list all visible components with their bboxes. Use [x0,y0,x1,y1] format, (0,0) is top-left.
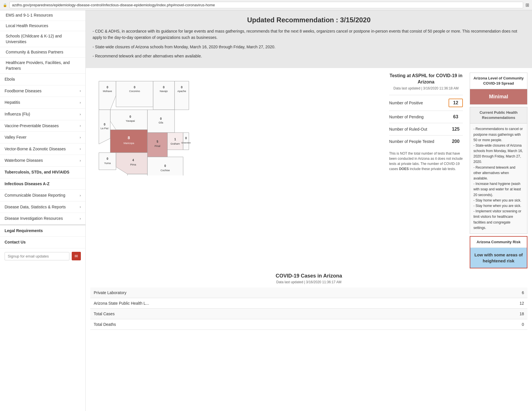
recommendation-point-2: - State-wide closures of Arizona schools… [93,44,525,50]
sidebar-item-waterborne[interactable]: Waterborne Diseases › [0,155,85,167]
pinal-label: Pinal [155,145,160,147]
sidebar-item-label: Contact Us [5,240,26,245]
chevron-right-icon: › [80,123,81,128]
apache-label: Apache [177,90,186,93]
sidebar-item-influenza[interactable]: Influenza (Flu) › [0,109,85,120]
sidebar-item-foodborne[interactable]: Foodborne Diseases › [0,85,85,97]
stat-label-ruled-out: Number of Ruled-Out [389,127,427,131]
pima-count: 4 [132,159,134,162]
sidebar-item-label: Infectious Diseases A-Z [5,181,49,187]
yuma-label: Yuma [104,162,111,165]
ph-point-0: - Recommendations to cancel or postpone … [473,126,524,143]
sidebar-item-valley-fever[interactable]: Valley Fever › [0,132,85,143]
sidebar-item-schools[interactable]: Schools (Childcare & K-12) and Universit… [0,31,85,47]
cases-value-1: 12 [460,298,527,309]
recommendation-point-1: - CDC & ADHS, in accordance with its gui… [93,28,525,41]
sidebar-item-vaccine[interactable]: Vaccine-Preventable Diseases › [0,120,85,132]
chevron-right-icon: › [80,146,81,151]
sidebar-item-community-business[interactable]: Community & Business Partners [0,47,85,58]
graham-label: Graham [171,142,180,145]
sidebar-item-local-health[interactable]: Local Health Resources [0,21,85,31]
url-bar[interactable]: azdhs.gov/preparedness/epidemiology-dise… [9,2,523,8]
stat-row-pending: Number of Pending 63 [389,111,463,123]
sidebar-item-label: Vaccine-Preventable Diseases [5,123,59,129]
translate-icon[interactable]: ⊞ [525,2,529,8]
cases-title: COVID-19 Cases in Arizona [90,273,527,279]
stat-row-ruled-out: Number of Ruled-Out 125 [389,123,463,135]
yuma-count: 0 [107,157,108,160]
stat-value-pending: 63 [449,114,463,119]
arizona-map: 0 Mohave 0 Coconino 0 Navajo 0 Apache [90,73,199,175]
chevron-right-icon: › [80,158,81,163]
sidebar-item-disease-data[interactable]: Disease Data, Statistics & Reports › [0,201,85,213]
cases-label-2: Total Cases [90,309,460,319]
sidebar-item-ems[interactable]: EMS and 9-1-1 Resources [0,10,85,21]
gila-count: 0 [160,117,162,120]
yavapai-label: Yavapai [126,119,135,122]
main-content: Updated Recommendation : 3/15/2020 - CDC… [86,10,532,411]
table-row: Private Laboratory 6 [90,288,527,298]
sidebar-item-communicable[interactable]: Communicable Disease Reporting › [0,190,85,201]
chevron-right-icon: › [80,216,81,221]
sidebar-item-label: Disease Data, Statistics & Reports [5,204,66,210]
sidebar-item-hepatitis[interactable]: Hepatitis › [0,97,85,109]
pima-label: Pima [130,163,136,166]
chevron-right-icon: › [80,204,81,210]
ph-point-1: - State-wide closures of Arizona schools… [473,143,524,165]
public-health-box: Current Public Health Recommendations - … [470,107,527,234]
sidebar-item-disease-investigation[interactable]: Disease Investigation Resources › [0,213,85,225]
sidebar-item-vector-borne[interactable]: Vector-Borne & Zoonotic Diseases › [0,143,85,155]
testing-title: Testing at ASPHL for COVID-19 in Arizona [389,73,463,85]
greenlee-count: 0 [185,137,187,140]
cases-value-2: 18 [460,309,527,319]
sidebar: EMS and 9-1-1 Resources Local Health Res… [0,10,86,411]
chevron-right-icon: › [80,100,81,105]
email-submit-button[interactable]: ✉ [72,252,81,260]
sidebar-item-contact[interactable]: Contact Us [0,237,85,248]
sidebar-item-label: Foodborne Diseases [5,88,41,94]
graham-count: 1 [174,138,176,141]
county-mohave [99,81,116,110]
sidebar-item-label: Tuberculosis, STDs, and HIV/AIDS [5,169,69,175]
community-spread-box: Arizona Level of Community COVID-19 Spre… [470,73,527,105]
table-row: Total Cases 18 [90,309,527,319]
sidebar-item-tuberculosis[interactable]: Tuberculosis, STDs, and HIV/AIDS [0,167,85,178]
county-maricopa [110,130,147,153]
apache-count: 0 [181,86,183,89]
sidebar-item-label: Influenza (Flu) [5,111,30,117]
sidebar-item-label: Waterborne Diseases [5,158,43,163]
navajo-label: Navajo [160,90,168,93]
sidebar-item-label: Disease Investigation Resources [5,216,63,222]
map-container: 0 Mohave 0 Coconino 0 Navajo 0 Apache [90,73,385,176]
sidebar-item-infectious-az[interactable]: Infectious Diseases A-Z [0,178,85,190]
lapaz-label: La Paz [101,127,109,130]
community-spread-value: Minimal [470,89,527,104]
stat-value-ruled-out: 125 [449,127,463,132]
public-health-title: Current Public Health Recommendations [470,107,527,123]
sidebar-item-legal[interactable]: Legal Requirements [0,225,85,237]
recommendation-point-3: - Recommend telework and other alternati… [93,53,525,59]
cases-section: COVID-19 Cases in Arizona Data last upda… [86,273,532,334]
public-health-content: - Recommendations to cancel or postpone … [470,123,527,234]
ph-point-4: - Stay home when you are sick. [473,198,524,203]
community-risk-value: Low with some areas of heightened risk [470,248,527,268]
email-input[interactable] [5,252,69,260]
sidebar-item-label: Legal Requirements [5,228,43,234]
recommendation-title: Updated Recommendation : 3/15/2020 [93,16,525,24]
county-yuma [99,153,116,170]
cases-table: Private Laboratory 6 Arizona State Publi… [90,288,527,330]
stat-label-pending: Number of Pending [389,115,424,119]
stat-value-people-tested: 200 [449,139,463,144]
sidebar-item-healthcare[interactable]: Healthcare Providers, Facilities, and Pa… [0,58,85,74]
mohave-label: Mohave [103,90,112,93]
community-spread-title: Arizona Level of Community COVID-19 Spre… [470,73,527,89]
mohave-count: 0 [107,86,108,89]
chevron-right-icon: › [80,112,81,117]
testing-date: Data last updated | 3/16/2020 11:36:18 A… [389,86,463,90]
cases-value-3: 0 [460,319,527,330]
cases-label-3: Total Deaths [90,319,460,330]
community-risk-title: Arizona Community Risk [470,237,527,248]
ph-point-6: - Implement visitor screening or limit v… [473,209,524,231]
county-coconino [116,81,153,107]
sidebar-item-ebola[interactable]: Ebola [0,74,85,85]
